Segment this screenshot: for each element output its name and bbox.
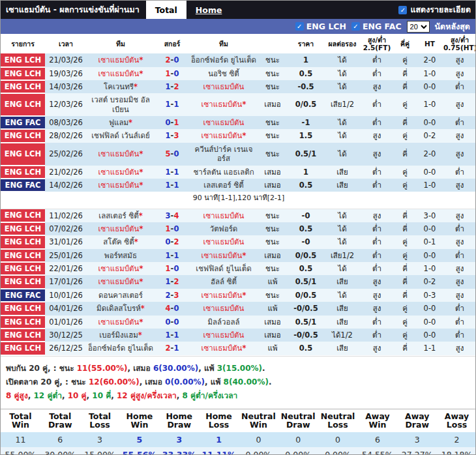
team-name: เชฟฟิลด์ ยูไนเต็ด: [196, 264, 251, 273]
match-row: ENG LCH25/01/26พอร์ทสมัธ1-1เซาแธมป์ตัน*เ…: [1, 249, 476, 262]
team-name: ฟูแลม: [109, 118, 128, 127]
match-date: 22/01/26: [45, 262, 87, 275]
halftime-score: 0-0: [417, 249, 443, 262]
show-details-toggle[interactable]: ✓ แสดงรายละเอียด: [398, 1, 475, 19]
stats-values-row: 1163531000632: [1, 432, 476, 447]
tab-total[interactable]: Total: [146, 1, 186, 19]
league-badge: ENG LCH: [1, 209, 45, 222]
over-under-ht-result: สูง: [443, 342, 476, 355]
stats-value-cell: 0: [318, 432, 358, 447]
away-goals: 0: [173, 317, 179, 327]
team-name: อ็อกซ์ฟอร์ด ยูไนเต็ด: [88, 344, 153, 353]
away-goals: 1: [173, 344, 179, 353]
away-team: วัตฟอร์ด: [190, 222, 258, 235]
stats-header-cell: Neutral Loss: [318, 409, 358, 432]
team-name: พอร์ทสมัธ: [104, 251, 137, 260]
away-team: เซาแธมป์ตัน*: [190, 342, 258, 355]
match-score: 2-0: [155, 53, 190, 66]
summary-segment: พบกัน 20 คู่, : ชนะ: [6, 364, 77, 373]
league-badge: ENG LCH: [1, 93, 45, 116]
match-row: ENG LCH12/03/26เวสต์ บรอมมิช อัลเบียน1-1…: [1, 93, 476, 116]
team-name: เซาแธมป์ตัน: [203, 118, 245, 127]
column-header: ทีม: [190, 34, 258, 53]
handicap-result: เสีย: [324, 275, 361, 288]
favorite-star: *: [139, 277, 143, 286]
odd-even-result: คู่: [393, 235, 417, 248]
match-result: ชนะ: [258, 143, 288, 166]
league-filter-eng-fac[interactable]: ✓ ENG FAC: [351, 22, 402, 31]
halftime-score: 0-0: [417, 222, 443, 235]
handicap-result: ได้: [324, 143, 361, 166]
match-score: 1-1: [155, 93, 190, 116]
match-row: ENG LCH07/02/26เซาแธมป์ตัน*1-0วัตฟอร์ดชน…: [1, 222, 476, 235]
stats-percent-cell: 54.55%: [357, 447, 397, 455]
match-result: เสมอ: [258, 249, 288, 262]
handicap-result: ได้: [324, 222, 361, 235]
home-goals: 3: [166, 211, 171, 220]
match-count-select[interactable]: 20: [407, 21, 430, 33]
summary-segment: .: [269, 377, 272, 387]
match-row: ENG LCH04/01/26มิดเดิลสโบรห์*4-0เซาแธมป์…: [1, 302, 476, 315]
league-badge: ENG LCH: [1, 53, 45, 66]
team-name: เซาแธมป์ตัน: [203, 82, 245, 91]
over-under-ft-result: ต่ำ: [361, 116, 393, 129]
summary-segment: 10 คี่: [92, 391, 111, 400]
league-filter-label: ENG FAC: [363, 22, 402, 31]
away-goals: 1: [173, 168, 179, 177]
match-score: 5-0: [155, 143, 190, 166]
summary-segment: เปิดตลาด 20 คู่, : ชนะ: [6, 377, 89, 387]
handicap-result: ได้: [324, 129, 361, 142]
favorite-star: *: [242, 291, 246, 300]
home-team: เซาแธมป์ตัน*: [87, 275, 155, 288]
handicap-result: ได้: [324, 289, 361, 302]
favorite-star: *: [141, 304, 145, 313]
results-table-header: รายการเวลาทีมสกอร์ทีมราคาผลต่อรองสูง/ต่ำ…: [1, 34, 476, 53]
home-team: เซาแธมป์ตัน*: [87, 166, 155, 179]
handicap-odds: 0/0.5: [288, 289, 324, 302]
column-header: HT: [417, 34, 443, 53]
league-badge: ENG LCH: [1, 262, 45, 275]
summary-segment: 0(0.00%): [165, 377, 205, 387]
odd-even-result: คี่: [393, 67, 417, 80]
away-goals: 3: [173, 131, 179, 140]
home-team: เซาแธมป์ตัน*: [87, 222, 155, 235]
filter-bar: ✓ ENG LCH ✓ ENG FAC 20 นัดหลังสุด: [1, 19, 475, 34]
league-badge: ENG LCH: [1, 316, 45, 329]
match-score: 3-4: [155, 209, 190, 222]
odd-even-result: คู่: [393, 53, 417, 66]
league-filter-eng-lch[interactable]: ✓ ENG LCH: [295, 22, 346, 31]
team-name: เซาแธมป์ตัน: [201, 251, 243, 260]
team-name: เซาแธมป์ตัน: [98, 181, 140, 190]
handicap-odds: -0/0.5: [288, 302, 324, 315]
match-row: ENG LCH25/02/26เซาแธมป์ตัน*5-0ควีนส์ปาร์…: [1, 143, 476, 166]
stats-value-cell: 3: [159, 432, 199, 447]
team-name: เซาแธมป์ตัน: [98, 317, 140, 327]
stats-value-cell: 5: [119, 432, 159, 447]
away-team: เซาแธมป์ตัน*: [190, 249, 258, 262]
halftime-score: 0-1: [417, 235, 443, 248]
away-goals: 2: [173, 237, 179, 246]
match-score: 1-0: [155, 222, 190, 235]
match-row: ENG FAC08/03/26ฟูแลม*0-1เซาแธมป์ตันชนะ-1…: [1, 116, 476, 129]
odd-even-result: คู่: [393, 129, 417, 142]
over-under-ft-result: ต่ำ: [361, 93, 393, 116]
handicap-odds: 0.5: [288, 222, 324, 235]
away-goals: 0: [173, 69, 179, 78]
team-name: โคเวนทรี: [104, 82, 134, 91]
stats-header-cell: Home Win: [119, 409, 159, 432]
away-goals: 0: [173, 224, 179, 233]
handicap-odds: -0.5: [288, 80, 324, 93]
team-name: มิดเดิลสโบรห์: [97, 304, 141, 313]
home-team: เลสเตอร์ ซิตี้*: [87, 209, 155, 222]
match-score: 1-1: [155, 249, 190, 262]
tab-home[interactable]: Home: [186, 1, 231, 19]
odd-even-result: คู่: [393, 316, 417, 329]
home-goals: 1: [166, 251, 171, 260]
summary-segment: , แพ้: [198, 364, 217, 373]
stats-percent-cell: 55.56%: [119, 447, 159, 455]
away-team: เลสเตอร์ ซิตี้: [190, 179, 258, 192]
favorite-star: *: [139, 224, 143, 233]
away-team: เซาแธมป์ตัน*: [190, 289, 258, 302]
stats-value-cell: 0: [239, 432, 278, 447]
halftime-score: 0-0: [417, 116, 443, 129]
